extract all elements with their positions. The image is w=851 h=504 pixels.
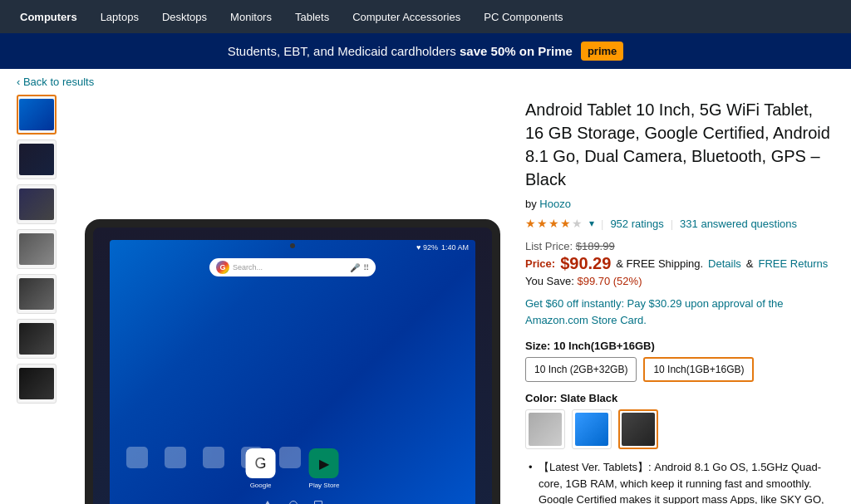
color-swatches xyxy=(525,409,834,449)
promo-offer-link[interactable]: Get $60 off instantly: Pay $30.29 upon a… xyxy=(525,296,834,328)
color-swatch-2[interactable] xyxy=(572,409,612,449)
price-label: Price: xyxy=(525,257,555,270)
bullet-1: 【Latest Ver. Tablets】: Android 8.1 Go OS… xyxy=(525,459,834,504)
playstore-app-label: Play Store xyxy=(309,482,340,489)
product-info: Android Tablet 10 Inch, 5G WiFi Tablet, … xyxy=(525,95,834,504)
tablet-search-bar: G Search... 🎤 ⠿ xyxy=(209,258,376,276)
save-label: You Save: xyxy=(525,275,574,287)
thumbnail-4[interactable] xyxy=(17,229,57,269)
tablet-camera xyxy=(290,243,295,248)
shipping-text: & FREE Shipping. xyxy=(616,257,703,270)
thumbnail-list xyxy=(17,95,60,504)
star-2: ★ xyxy=(537,217,548,230)
free-returns-link[interactable]: FREE Returns xyxy=(759,257,829,270)
mini-icon-3 xyxy=(203,447,224,468)
star-1: ★ xyxy=(525,217,536,230)
list-price-label: List Price: xyxy=(525,240,573,252)
microphone-icon: 🎤 xyxy=(350,263,360,272)
mini-icons-row xyxy=(126,447,301,468)
star-5: ★ xyxy=(572,217,583,230)
nav-home-icon xyxy=(289,501,298,504)
save-row: You Save: $99.70 (52%) xyxy=(525,275,834,287)
grid-icon: ⠿ xyxy=(363,263,369,272)
thumbnail-3[interactable] xyxy=(17,184,57,224)
nav-item-desktops[interactable]: Desktops xyxy=(150,0,219,33)
promo-text: Students, EBT, and Medicaid cardholders … xyxy=(228,44,573,58)
product-main-image: ♥ 92% 1:40 AM G Search... 🎤 ⠿ G Google xyxy=(85,219,500,504)
product-bullets: 【Latest Ver. Tablets】: Android 8.1 Go OS… xyxy=(525,459,834,504)
google-g-logo: G xyxy=(216,261,229,274)
questions-link[interactable]: 331 answered questions xyxy=(680,218,797,230)
separator-1: | xyxy=(601,218,603,230)
ratings-link[interactable]: 952 ratings xyxy=(610,218,663,230)
prime-logo[interactable]: prime xyxy=(581,42,623,61)
product-title: Android Tablet 10 Inch, 5G WiFi Tablet, … xyxy=(525,98,834,191)
product-page: ♥ 92% 1:40 AM G Search... 🎤 ⠿ G Google xyxy=(0,95,851,504)
price-section: List Price: $189.99 Price: $90.29 & FREE… xyxy=(525,240,834,287)
navigation-bar: Computers Laptops Desktops Monitors Tabl… xyxy=(0,0,851,33)
status-bar: ♥ 92% 1:40 AM xyxy=(416,243,469,252)
brand-line: by Hoozo xyxy=(525,198,834,210)
rating-row: ★ ★ ★ ★ ★ ▾ | 952 ratings | 331 answered… xyxy=(525,217,834,230)
brand-prefix: by xyxy=(525,198,539,210)
color-section: Color: Slate Black xyxy=(525,392,834,449)
nav-item-computer-accessories[interactable]: Computer Accessories xyxy=(341,0,472,33)
back-to-results-link[interactable]: ‹ Back to results xyxy=(0,69,111,95)
size-options: Size: 10 Inch(1GB+16GB) 10 Inch (2GB+32G… xyxy=(525,340,834,382)
color-swatch-3[interactable] xyxy=(618,409,658,449)
price-value: $90.29 xyxy=(560,254,611,273)
details-link[interactable]: Details xyxy=(708,257,741,270)
size-buttons: 10 Inch (2GB+32GB) 10 Inch(1GB+16GB) xyxy=(525,357,834,382)
promo-banner: Students, EBT, and Medicaid cardholders … xyxy=(0,33,851,69)
mini-icon-4 xyxy=(241,447,263,468)
google-app-label: Google xyxy=(250,482,272,489)
color-label: Color: Slate Black xyxy=(525,392,834,404)
nav-item-tablets[interactable]: Tablets xyxy=(283,0,341,33)
star-3: ★ xyxy=(548,217,559,230)
thumbnail-6[interactable] xyxy=(17,319,57,359)
nav-item-monitors[interactable]: Monitors xyxy=(219,0,283,33)
rating-dropdown[interactable]: ▾ xyxy=(589,218,594,229)
size-option-1[interactable]: 10 Inch (2GB+32GB) xyxy=(525,357,637,382)
mini-icon-2 xyxy=(165,447,186,468)
thumbnail-1[interactable] xyxy=(17,95,57,135)
nav-back-icon xyxy=(263,501,273,504)
list-price-value: $189.99 xyxy=(576,240,615,252)
brand-link[interactable]: Hoozo xyxy=(539,198,571,210)
separator-2: | xyxy=(671,218,673,230)
thumbnail-5[interactable] xyxy=(17,274,57,314)
star-4: ★ xyxy=(560,217,571,230)
search-placeholder-text: Search... xyxy=(233,263,347,272)
ampersand: & xyxy=(746,257,754,270)
current-price-row: Price: $90.29 & FREE Shipping. Details &… xyxy=(525,254,834,273)
nav-recents-icon xyxy=(314,501,322,504)
nav-item-computers[interactable]: Computers xyxy=(8,0,89,33)
tablet-bottom-nav xyxy=(263,501,322,504)
nav-item-laptops[interactable]: Laptops xyxy=(89,0,150,33)
save-amount: $99.70 (52%) xyxy=(577,275,642,287)
list-price-row: List Price: $189.99 xyxy=(525,240,834,252)
mini-icon-5 xyxy=(279,447,301,468)
thumbnail-2[interactable] xyxy=(17,139,57,179)
nav-item-pc-components[interactable]: PC Components xyxy=(472,0,574,33)
main-image-container: ♥ 92% 1:40 AM G Search... 🎤 ⠿ G Google xyxy=(76,95,509,504)
battery-icon: ♥ 92% xyxy=(416,243,438,252)
playstore-app-icon: ▶ xyxy=(309,448,339,478)
mini-icon-1 xyxy=(126,447,148,468)
size-label: Size: 10 Inch(1GB+16GB) xyxy=(525,340,834,352)
tablet-screen: ♥ 92% 1:40 AM G Search... 🎤 ⠿ G Google xyxy=(110,240,475,504)
size-option-2[interactable]: 10 Inch(1GB+16GB) xyxy=(643,357,754,382)
time-display: 1:40 AM xyxy=(441,243,469,252)
color-swatch-1[interactable] xyxy=(525,409,565,449)
star-rating: ★ ★ ★ ★ ★ xyxy=(525,217,583,230)
thumbnail-7[interactable] xyxy=(17,364,57,404)
